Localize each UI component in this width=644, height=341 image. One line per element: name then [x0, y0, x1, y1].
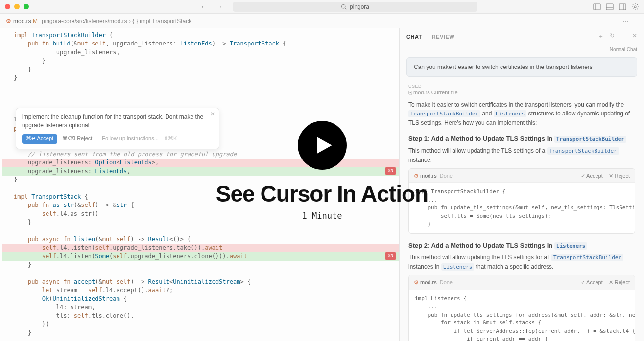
card-accept-button[interactable]: ✓ Accept	[581, 172, 603, 180]
traffic-lights	[5, 4, 29, 9]
svg-line-1	[345, 8, 346, 9]
diff-nav-shortcut[interactable]: ⌘N	[385, 167, 396, 175]
settings-gear-icon[interactable]	[631, 3, 639, 11]
followup-shortcut: ⇧⌘K	[164, 135, 177, 143]
suggestion-text: implement the cleanup function for the t…	[22, 113, 213, 130]
type-reference[interactable]: TransportStackBuilder	[554, 136, 626, 143]
card-filename: mod.rs	[420, 172, 437, 180]
type-reference[interactable]: TransportStackBuilder	[547, 147, 619, 155]
code-editor[interactable]: impl TransportStackBuilder { pub fn buil…	[0, 28, 399, 341]
accept-suggestion-button[interactable]: ⌘↵ Accept	[22, 134, 57, 144]
diff-added-line: self.l4.listen(Some(self.upgrade_listene…	[2, 252, 399, 261]
nav-arrows: ← →	[200, 2, 223, 11]
diff-added-line: upgrade_listeners: ListenFds,⌘N	[2, 167, 399, 176]
close-window-button[interactable]	[5, 4, 10, 9]
assistant-answer: To make it easier to switch certificates…	[400, 100, 644, 341]
code-suggestion-card: ⚙ mod.rs Done ✓ Accept ✕ Reject impl Lis…	[408, 275, 635, 341]
card-accept-button[interactable]: ✓ Accept	[581, 278, 603, 287]
chat-sidebar: CHAT REVIEW ＋ ↻ ⛶ ✕ Normal Chat Can you …	[399, 28, 644, 341]
user-message: Can you make it easier to switch certifi…	[406, 57, 637, 77]
code-block[interactable]: impl Listeners { ... pub fn update_tls_s…	[409, 290, 635, 341]
step-heading: Step 2: Add a Method to Update TLS Setti…	[408, 241, 635, 250]
svg-rect-4	[606, 4, 613, 10]
card-filename: mod.rs	[420, 278, 437, 287]
rust-file-icon: ⚙	[414, 172, 419, 180]
rust-file-icon: ⚙	[6, 18, 11, 24]
tab-more-icon[interactable]: ⋯	[622, 18, 628, 24]
type-reference[interactable]: TransportStackBuilder	[551, 254, 623, 261]
close-icon[interactable]: ✕	[210, 110, 215, 118]
card-status: Done	[440, 278, 453, 287]
tab-chat[interactable]: CHAT	[406, 34, 422, 40]
tab-review[interactable]: REVIEW	[432, 34, 454, 40]
svg-rect-2	[594, 4, 600, 10]
nav-back-icon[interactable]: ←	[200, 2, 208, 11]
svg-point-0	[341, 4, 345, 8]
used-context-label: USED	[408, 84, 635, 89]
window-titlebar: ← → pingora	[0, 0, 644, 14]
diff-nav-shortcut[interactable]: ⌘N	[385, 252, 396, 260]
code-block[interactable]: impl TransportStackBuilder { ... pub fn …	[409, 183, 635, 233]
type-reference[interactable]: Listeners	[441, 263, 475, 271]
panel-bottom-icon[interactable]	[606, 3, 614, 11]
command-search[interactable]: pingora	[233, 2, 477, 12]
step-heading: Step 1: Add a Method to Update TLS Setti…	[408, 134, 635, 144]
used-context-file[interactable]: ⎘ mod.rs Current file	[408, 90, 635, 95]
chat-mode-label[interactable]: Normal Chat	[400, 44, 644, 52]
breadcrumb-bar: ⚙ mod.rs M pingora-core/src/listeners/mo…	[0, 14, 644, 28]
search-placeholder: pingora	[350, 3, 369, 10]
svg-point-8	[634, 6, 636, 8]
panel-left-icon[interactable]	[593, 3, 601, 11]
type-reference[interactable]: Listeners	[554, 242, 588, 250]
maximize-window-button[interactable]	[24, 4, 29, 9]
type-reference[interactable]: Listeners	[494, 110, 527, 117]
ai-suggestion-popup: ✕ implement the cleanup function for the…	[16, 108, 219, 149]
new-chat-icon[interactable]: ＋	[598, 32, 604, 41]
card-reject-button[interactable]: ✕ Reject	[609, 278, 630, 287]
expand-icon[interactable]: ⛶	[620, 32, 626, 41]
code-suggestion-card: ⚙ mod.rs Done ✓ Accept ✕ Reject impl Tra…	[408, 168, 635, 234]
modified-badge: M	[33, 18, 38, 24]
layout-toggles	[593, 3, 639, 11]
panel-right-icon[interactable]	[619, 3, 626, 11]
svg-rect-6	[619, 4, 626, 10]
card-reject-button[interactable]: ✕ Reject	[609, 172, 630, 180]
play-button[interactable]	[298, 121, 347, 170]
history-icon[interactable]: ↻	[610, 32, 615, 41]
sidebar-tabs: CHAT REVIEW ＋ ↻ ⛶ ✕	[400, 28, 644, 44]
diff-removed-line: self.l4.listen(self.upgrade_listeners.ta…	[2, 244, 399, 252]
minimize-window-button[interactable]	[14, 4, 20, 9]
play-icon	[314, 136, 334, 155]
followup-input[interactable]: Follow-up instructions...	[102, 135, 159, 143]
breadcrumb-path[interactable]: pingora-core/src/listeners/mod.rs › { } …	[42, 18, 191, 24]
reject-suggestion-button[interactable]: ⌘⌫ Reject	[62, 135, 92, 143]
tab-filename[interactable]: mod.rs	[13, 18, 31, 24]
close-sidebar-icon[interactable]: ✕	[632, 32, 637, 41]
type-reference[interactable]: TransportStackBuilder	[408, 110, 480, 117]
nav-forward-icon[interactable]: →	[215, 2, 223, 11]
rust-file-icon: ⚙	[414, 278, 419, 287]
search-icon	[341, 4, 347, 10]
card-status: Done	[440, 172, 453, 180]
